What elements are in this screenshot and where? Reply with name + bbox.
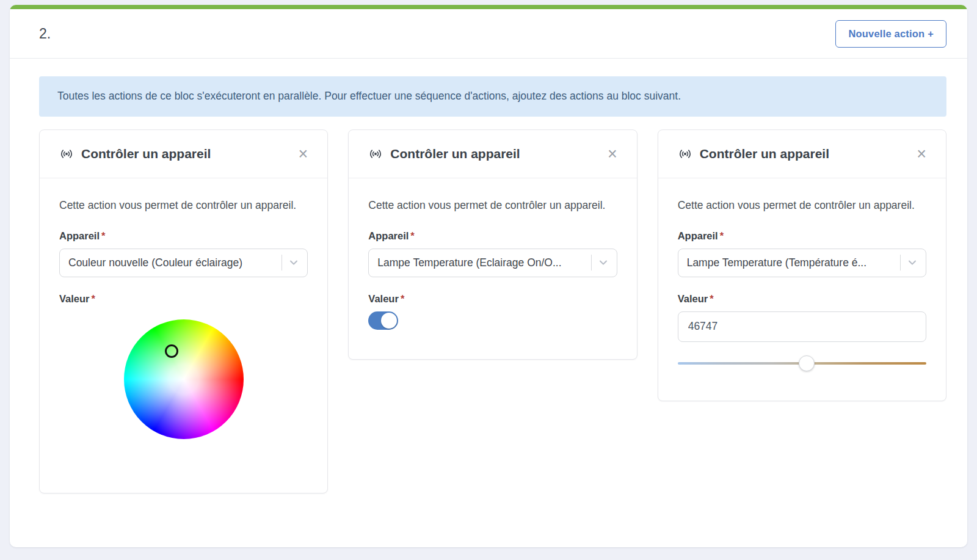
device-select[interactable]: Lampe Temperature (Température é...: [678, 249, 926, 277]
required-asterisk: *: [92, 293, 95, 304]
value-number-input[interactable]: [678, 311, 926, 342]
action-description: Cette action vous permet de contrôler un…: [368, 197, 617, 214]
new-action-button[interactable]: Nouvelle action +: [835, 20, 946, 48]
action-card-header: Contrôler un appareil ×: [658, 130, 946, 178]
value-field-label: Valeur*: [59, 293, 308, 305]
block-header: 2. Nouvelle action +: [10, 9, 967, 59]
device-select-value: Lampe Temperature (Température é...: [687, 256, 896, 269]
block-accent-bar: [10, 5, 967, 9]
action-description: Cette action vous permet de contrôler un…: [678, 197, 926, 214]
actions-row: Contrôler un appareil × Cette action vou…: [39, 129, 946, 493]
select-divider: [900, 255, 901, 271]
broadcast-icon: [59, 147, 74, 161]
action-description: Cette action vous permet de contrôler un…: [59, 197, 308, 214]
action-card-onoff: Contrôler un appareil × Cette action vou…: [348, 129, 637, 360]
broadcast-icon: [368, 147, 383, 161]
select-divider: [281, 255, 282, 271]
broadcast-icon: [678, 147, 692, 161]
temperature-slider[interactable]: [678, 355, 926, 371]
required-asterisk: *: [410, 230, 414, 241]
action-card-body: Cette action vous permet de contrôler un…: [40, 178, 327, 493]
parallel-info-banner: Toutes les actions de ce bloc s'exécuter…: [39, 76, 946, 117]
close-icon[interactable]: ×: [914, 148, 929, 160]
required-asterisk: *: [101, 230, 105, 241]
required-asterisk: *: [720, 230, 724, 241]
action-card-body: Cette action vous permet de contrôler un…: [658, 178, 946, 401]
required-asterisk: *: [401, 293, 404, 304]
action-card-color: Contrôler un appareil × Cette action vou…: [39, 129, 328, 493]
color-wheel-selector[interactable]: [165, 344, 178, 358]
action-card-title: Contrôler un appareil: [81, 147, 296, 161]
device-select-value: Couleur nouvelle (Couleur éclairage): [68, 256, 278, 269]
value-field-label: Valeur*: [368, 293, 617, 305]
block-number: 2.: [39, 26, 51, 42]
close-icon[interactable]: ×: [605, 148, 620, 160]
device-select[interactable]: Lampe Temperature (Eclairage On/O...: [368, 249, 617, 277]
chevron-down-icon: [597, 256, 609, 269]
action-card-title: Contrôler un appareil: [700, 147, 915, 161]
value-field-label: Valeur*: [678, 293, 926, 305]
action-card-temperature: Contrôler un appareil × Cette action vou…: [658, 129, 946, 401]
device-select-value: Lampe Temperature (Eclairage On/O...: [377, 256, 587, 269]
color-wheel[interactable]: [124, 319, 244, 439]
toggle-knob: [381, 313, 397, 329]
action-block-panel: 2. Nouvelle action + Toutes les actions …: [10, 5, 967, 547]
select-divider: [591, 255, 592, 271]
action-card-header: Contrôler un appareil ×: [349, 130, 636, 178]
close-icon[interactable]: ×: [296, 148, 311, 160]
device-field-label: Appareil*: [59, 230, 308, 242]
chevron-down-icon: [288, 256, 300, 269]
color-wheel-container: [59, 319, 308, 439]
action-card-body: Cette action vous permet de contrôler un…: [349, 178, 636, 359]
required-asterisk: *: [710, 293, 713, 304]
action-card-title: Contrôler un appareil: [390, 147, 605, 161]
value-toggle[interactable]: [368, 311, 398, 330]
device-field-label: Appareil*: [678, 230, 926, 242]
block-content: Toutes les actions de ce bloc s'exécuter…: [10, 59, 967, 493]
device-field-label: Appareil*: [368, 230, 617, 242]
action-card-header: Contrôler un appareil ×: [40, 130, 327, 178]
device-select[interactable]: Couleur nouvelle (Couleur éclairage): [59, 249, 308, 277]
temperature-slider-thumb[interactable]: [799, 355, 815, 371]
chevron-down-icon: [906, 256, 918, 269]
